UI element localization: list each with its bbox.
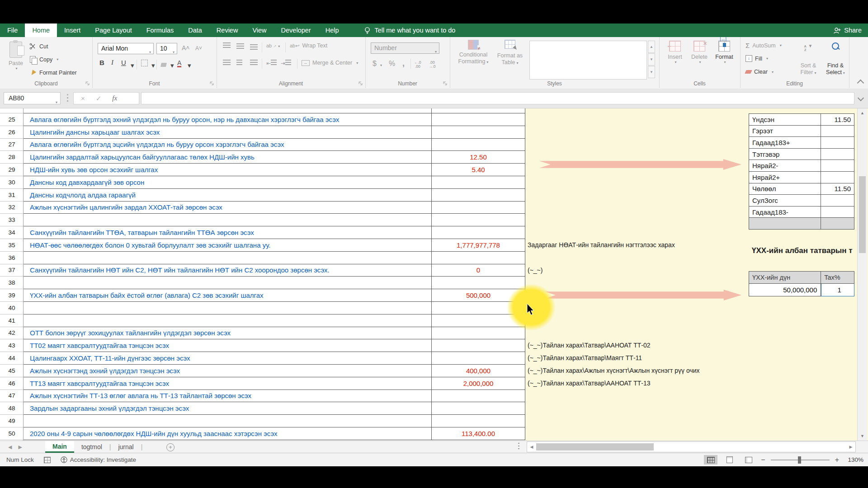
tab-view[interactable]: View [245, 23, 274, 37]
align-middle-button[interactable] [236, 43, 244, 50]
row-number[interactable]: 30 [0, 176, 24, 189]
row-number[interactable]: 35 [0, 239, 24, 252]
name-box[interactable]: AB80 ▾ [4, 92, 61, 104]
decrease-indent-button[interactable]: ⇤ [266, 60, 277, 66]
row-number[interactable]: 38 [0, 277, 24, 289]
value-cell[interactable]: 400,000 [432, 365, 525, 377]
check-item-cell[interactable] [24, 252, 432, 264]
check-item-cell[interactable] [24, 302, 432, 314]
check-item-cell[interactable]: НДШ-ийн хувь зөв орсон эсэхийг шалгах [24, 164, 432, 176]
zoom-slider-thumb[interactable] [798, 456, 801, 464]
row-number[interactable]: 29 [0, 164, 24, 176]
row-number[interactable]: 37 [0, 264, 24, 277]
value-cell[interactable] [432, 113, 525, 126]
value-cell[interactable]: 5.40 [432, 164, 525, 176]
autosum-button[interactable]: Σ AutoSum ▾ [745, 42, 782, 49]
sort-filter-button[interactable]: AZ ▼ Sort & Filter▾ [796, 42, 821, 52]
row-number[interactable]: 49 [0, 415, 24, 427]
orientation-button[interactable]: ab→▾ [266, 42, 280, 49]
increase-decimal-button[interactable]: ←.0.00 [414, 61, 421, 69]
value-cell[interactable] [432, 402, 525, 415]
row-number[interactable]: 44 [0, 352, 24, 365]
rate-label-cell[interactable]: Нярай2- [749, 160, 821, 172]
insert-cells-button[interactable]: ← Insert ▾ [664, 41, 686, 64]
value-cell[interactable] [432, 214, 525, 226]
rate-label-cell[interactable]: Чөлөөл [749, 183, 821, 195]
check-item-cell[interactable]: Цалингаарх ХХОАТ, ТТ-11-ийн дүнгээс зөрс… [24, 352, 432, 365]
check-item-cell[interactable] [24, 214, 432, 226]
new-sheet-button[interactable]: + [166, 443, 175, 451]
check-item-cell[interactable] [24, 415, 432, 427]
chevron-down-icon[interactable]: ▾ [170, 61, 174, 70]
dialog-launcher-icon[interactable] [359, 81, 363, 86]
tab-home[interactable]: Home [25, 23, 57, 37]
clear-button[interactable]: Clear ▾ [745, 69, 774, 75]
merge-center-button[interactable]: ↔ Merge & Center ▾ [302, 60, 358, 66]
align-bottom-button[interactable] [250, 44, 258, 51]
underline-button[interactable]: U [121, 59, 126, 66]
dialog-launcher-icon[interactable] [85, 81, 90, 86]
format-cells-button[interactable]: |↔| Format ▾ [712, 41, 736, 64]
collapse-ribbon-icon[interactable] [857, 80, 864, 87]
value-cell[interactable] [432, 139, 525, 151]
gallery-scroll-down[interactable]: ▼ [648, 53, 655, 66]
row-number[interactable]: 46 [0, 377, 24, 390]
font-size-combo[interactable]: 10 ▾ [156, 43, 177, 54]
row-number[interactable]: 34 [0, 226, 24, 239]
rate-value-cell[interactable] [821, 126, 854, 137]
decrease-decimal-button[interactable]: .00→.0 [429, 61, 436, 69]
value-cell[interactable]: 113,400.00 [432, 427, 525, 440]
value-cell[interactable] [432, 176, 525, 189]
rate-label-cell[interactable]: Гэрээт [749, 126, 821, 137]
scroll-down-icon[interactable]: ▼ [858, 432, 867, 440]
delete-cells-button[interactable]: × Delete ▾ [688, 41, 711, 64]
row-number[interactable]: 47 [0, 390, 24, 403]
check-item-cell[interactable]: Дансны код давхардаагүй зөв орсон [24, 176, 432, 189]
rate-value-cell[interactable]: 11.50 [821, 114, 854, 126]
row-number[interactable]: 36 [0, 252, 24, 264]
cut-button[interactable]: Cut [29, 43, 48, 50]
formula-bar-resizer[interactable] [67, 94, 68, 103]
row-number[interactable]: 48 [0, 402, 24, 415]
fill-button[interactable]: ↓ Fill ▾ [745, 55, 768, 62]
tab-review[interactable]: Review [209, 23, 245, 37]
rate-value-cell[interactable] [821, 172, 854, 183]
row-number[interactable]: 28 [0, 151, 24, 164]
paste-button[interactable]: Paste ▾ [4, 40, 28, 81]
zoom-out-button[interactable]: − [761, 456, 765, 464]
check-item-cell[interactable]: Ажлын хүснэгтийн цалингийн зардал ХХОАТ-… [24, 202, 432, 214]
check-item-cell[interactable]: Дансны кодчлолд алдаа гараагүй [24, 189, 432, 202]
chevron-down-icon[interactable]: ▾ [151, 61, 155, 70]
font-name-combo[interactable]: Arial Mon ▾ [98, 43, 154, 54]
check-item-cell[interactable] [24, 277, 432, 289]
value-cell[interactable] [432, 126, 525, 139]
rate-label-cell[interactable]: Нярай2+ [749, 172, 821, 183]
check-item-cell[interactable]: НӨАТ-өөс чөлөөлөгдөх болон 0 хувьтай бор… [24, 239, 432, 252]
value-cell[interactable] [432, 352, 525, 365]
currency-button[interactable]: $ [373, 60, 377, 68]
zoom-in-button[interactable]: + [835, 456, 839, 464]
uhh-tax-cell[interactable]: 1 [821, 284, 854, 296]
align-left-button[interactable] [223, 60, 231, 66]
rate-label-cell[interactable]: Тэтгэвэр [749, 149, 821, 160]
macro-record-icon[interactable] [44, 457, 51, 463]
decrease-font-button[interactable]: A˅ [195, 45, 202, 52]
horizontal-scroll-thumb[interactable] [536, 443, 654, 450]
row-number[interactable]: 39 [0, 289, 24, 302]
row-number[interactable]: 42 [0, 327, 24, 340]
chevron-down-icon[interactable]: ▾ [380, 63, 382, 67]
rate-value-cell[interactable] [821, 206, 854, 218]
check-item-cell[interactable]: Цалингийн дансны харьцааг шалгах эсэх [24, 126, 432, 139]
align-right-button[interactable] [250, 60, 258, 66]
tab-developer[interactable]: Developer [274, 23, 318, 37]
sheet-tab-togtmol[interactable]: togtmol [74, 441, 109, 453]
value-cell[interactable] [432, 252, 525, 264]
chevron-down-icon[interactable]: ▾ [188, 61, 191, 70]
percent-button[interactable]: % [389, 60, 395, 68]
rate-value-cell[interactable] [821, 218, 854, 230]
dialog-launcher-icon[interactable] [210, 81, 214, 86]
wrap-text-button[interactable]: ab↩ Wrap Text [290, 42, 327, 49]
check-item-cell[interactable]: Авлага өглөгийн бүртгэлд эхний үлдэгдэл … [24, 113, 432, 126]
check-item-cell[interactable] [24, 108, 432, 113]
chevron-down-icon[interactable]: ▾ [131, 61, 134, 70]
